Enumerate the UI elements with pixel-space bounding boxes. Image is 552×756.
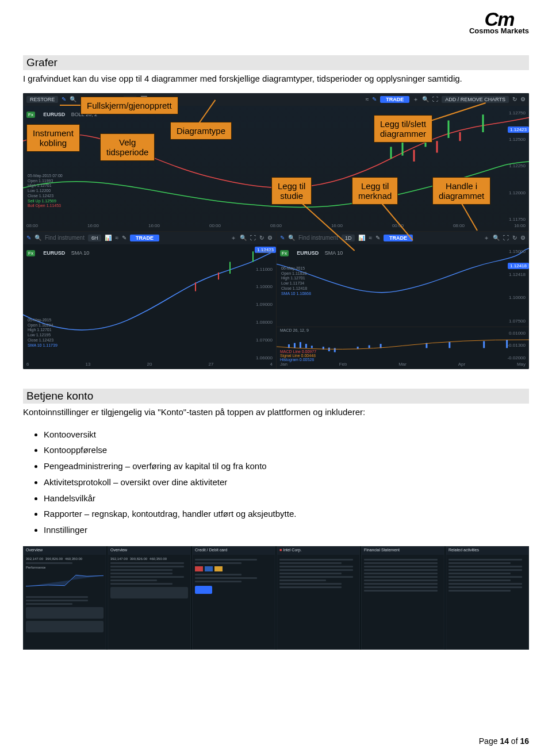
macd-panel: MACD 26, 12, 9 MACD Line 0.00977 Signal … (277, 327, 529, 362)
svg-rect-24 (448, 342, 450, 348)
annotate-icon[interactable]: ✎ (372, 96, 377, 102)
svg-rect-13 (294, 343, 296, 348)
refresh-icon[interactable]: ↻ (512, 235, 517, 241)
macd-yaxis: 0.01000-0.01300-0.02000 (500, 331, 526, 360)
add-remove-charts-button[interactable]: ADD / REMOVE CHARTS (442, 96, 509, 103)
chart-b-toolbar: ✎ 🔍 Find instrument 6H 📊 ≈ ✎ TRADE ＋ 🔍 ⛶… (23, 232, 276, 244)
annotate-icon[interactable]: ✎ (375, 235, 380, 241)
svg-rect-23 (425, 343, 427, 348)
expand-icon[interactable]: ⛶ (432, 96, 438, 102)
brand-logo: Cm Cosmos Markets (469, 11, 529, 35)
panel-title: Credit / Debit card (193, 547, 275, 555)
section-konto-paragraph: Kontoinnstillinger er tilgjengelig via "… (23, 406, 529, 419)
list-item: Handelsvilkår (44, 490, 529, 506)
svg-rect-15 (305, 344, 307, 348)
svg-rect-19 (334, 348, 336, 352)
chart-a-price: 1.12423 (508, 126, 529, 133)
candlestick-icon[interactable]: 📊 (105, 235, 112, 241)
timeframe-6h[interactable]: 6H (88, 235, 102, 241)
panel-intel-corp: ■ Intel Corp. (277, 546, 360, 650)
svg-rect-21 (369, 345, 370, 348)
gear-icon[interactable]: ⚙ (520, 96, 526, 102)
callout-study: Legg til studie (271, 177, 312, 205)
panel-financial-statement: Financial Statement (361, 546, 444, 650)
panel-overview-1: Overview 392,147.00390,826.00460,350.00 … (23, 546, 106, 650)
konto-feature-list: Kontooversikt Kontooppførelse Pengeadmin… (44, 427, 529, 538)
svg-rect-25 (483, 341, 485, 348)
list-item: Rapporter – regnskap, kontoutdrag, handl… (44, 506, 529, 522)
expand-icon[interactable]: ⛶ (250, 235, 256, 241)
panel-title: Overview (108, 547, 190, 555)
plus-icon[interactable]: ＋ (413, 95, 419, 103)
signal-line: Signal Line 0.00448 (280, 354, 316, 358)
callout-charttype: Diagramtype (170, 122, 232, 140)
plus-icon[interactable]: ＋ (231, 234, 236, 242)
list-item: Pengeadministrering – overføring av kapi… (44, 458, 529, 474)
histogram-line: Histogram 0.00528 (280, 358, 314, 362)
zoom-icon[interactable]: 🔍 (493, 235, 500, 241)
panel-title: Financial Statement (362, 547, 444, 555)
panel-related-activities: Related activities (446, 546, 529, 650)
chart-screenshot: RESTORE ✎ 🔍 Find instrument 1H 📊 ≈ ✎ TRA… (23, 93, 529, 369)
search-icon[interactable]: 🔍 (288, 235, 295, 241)
study-icon[interactable]: ≈ (369, 235, 372, 241)
refresh-icon[interactable]: ↻ (512, 96, 517, 102)
study-icon[interactable]: ≈ (115, 235, 118, 241)
svg-rect-16 (311, 346, 313, 348)
candlestick-icon[interactable]: 📊 (358, 235, 365, 241)
chart-a-xaxis: 08:0016:0016:0000:0008:0016:0000:0008:00… (26, 223, 526, 231)
pencil-icon[interactable]: ✎ (62, 96, 66, 102)
svg-rect-20 (357, 347, 359, 349)
list-item: Innstillinger (44, 522, 529, 538)
panel-title: Related activities (446, 547, 528, 555)
section-konto-title: Betjene konto (23, 389, 529, 404)
study-icon[interactable]: ≈ (366, 96, 369, 102)
trade-button[interactable]: TRADE (130, 235, 159, 241)
expand-icon[interactable]: ⛶ (503, 235, 509, 241)
list-item: Kontooversikt (44, 427, 529, 443)
page-footer: Page 14 of 16 (479, 736, 529, 746)
chart-b-plot (23, 244, 276, 362)
search-input[interactable]: Find instrument (298, 235, 338, 241)
callout-annotation: Legg til merknad (352, 177, 398, 205)
account-panels-strip: Overview 392,147.00390,826.00460,350.00 … (23, 546, 529, 650)
chart-b-xaxis: 61320274 (26, 362, 273, 369)
search-input[interactable]: Find instrument (45, 235, 85, 241)
restore-button[interactable]: RESTORE (26, 96, 58, 103)
trade-button[interactable]: TRADE (380, 96, 409, 103)
panel-credit-card: Credit / Debit card (192, 546, 275, 650)
search-icon[interactable]: 🔍 (34, 235, 41, 241)
section-grafer-title: Grafer (23, 55, 529, 70)
refresh-icon[interactable]: ↻ (259, 235, 264, 241)
gear-icon[interactable]: ⚙ (520, 235, 526, 241)
chart-c-yaxis: 1.150001.124181.100001.07500 (500, 249, 526, 324)
chart-b-yaxis: 1.124231.110001.100001.090001.080001.070… (247, 249, 273, 360)
chart-a-ohlc: 05-May-2015 07:00 Open 1.11993 High 1.12… (28, 174, 63, 209)
chart-panel-bottom-left: ✎ 🔍 Find instrument 6H 📊 ≈ ✎ TRADE ＋ 🔍 ⛶… (23, 231, 276, 369)
macd-line: MACD Line 0.00977 (280, 350, 316, 354)
logo-mark: Cm (469, 11, 529, 26)
pencil-icon[interactable]: ✎ (280, 235, 285, 241)
callout-add-remove: Legg til/slett diagrammer (374, 115, 432, 143)
chart-c-toolbar: ✎ 🔍 Find instrument 1D 📊 ≈ ✎ TRADE ＋ 🔍 ⛶… (277, 232, 529, 244)
panel-overview-2: Overview 392,147.00390,826.00460,350.00 (108, 546, 191, 650)
callout-fullscreen: Fullskjerm/gjenopprett (80, 97, 178, 114)
chart-c-ohlc: 06-May-2015 Open 1.11838 High 1.12701 Lo… (281, 266, 311, 297)
search-icon[interactable]: 🔍 (70, 96, 76, 102)
svg-rect-14 (300, 342, 301, 348)
zoom-icon[interactable]: 🔍 (422, 96, 429, 102)
gear-icon[interactable]: ⚙ (267, 235, 273, 241)
zoom-icon[interactable]: 🔍 (240, 235, 247, 241)
list-item: Aktivitetsprotokoll – oversikt over dine… (44, 474, 529, 490)
svg-rect-22 (380, 344, 382, 348)
svg-rect-18 (328, 347, 330, 351)
list-item: Kontooppførelse (44, 442, 529, 458)
logo-text: Cosmos Markets (469, 26, 529, 35)
plus-icon[interactable]: ＋ (484, 234, 489, 242)
callout-period: Velg tidsperiode (100, 133, 155, 162)
pencil-icon[interactable]: ✎ (26, 235, 31, 241)
chart-a-plot (23, 106, 529, 223)
annotate-icon[interactable]: ✎ (122, 235, 126, 241)
panel-title: ■ Intel Corp. (277, 547, 359, 555)
callout-trade: Handle i diagrammet (432, 177, 490, 205)
